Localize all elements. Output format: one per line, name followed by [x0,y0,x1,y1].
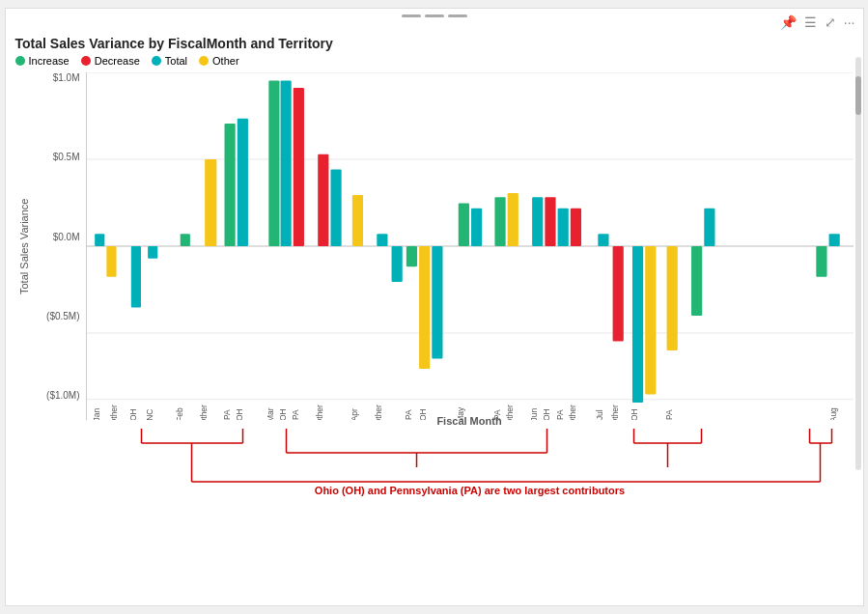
legend-other: Other [199,55,239,67]
svg-rect-20 [391,246,402,282]
svg-text:OH: OH [277,408,287,420]
legend-total-label: Total [165,55,187,67]
svg-text:NC: NC [145,409,154,420]
svg-text:Other: Other [374,405,383,420]
svg-rect-32 [598,234,608,246]
svg-text:Other: Other [504,405,514,420]
y-label-2: $0.5M [53,152,80,162]
svg-rect-30 [557,209,568,246]
legend-other-label: Other [212,55,239,67]
svg-rect-17 [330,170,341,246]
svg-text:PA: PA [554,409,564,420]
svg-rect-6 [106,246,116,277]
svg-rect-21 [406,246,416,266]
svg-rect-34 [631,246,642,403]
other-dot [199,56,209,66]
increase-dot [15,56,25,66]
svg-rect-28 [532,197,543,246]
bracket-svg: Ohio (OH) and Pennsylvania (PA) are two … [86,429,854,496]
chart-svg: Jan Other OH NC Feb Other PA OH Mar OH P… [87,72,854,420]
legend-increase: Increase [15,55,70,67]
svg-rect-24 [458,204,468,246]
svg-rect-23 [432,246,442,358]
svg-rect-26 [494,197,505,246]
svg-text:May: May [456,406,465,420]
svg-rect-29 [545,197,555,246]
svg-text:Aug: Aug [827,407,837,420]
menu-icon[interactable]: ☰ [804,14,817,30]
scrollbar-thumb[interactable] [855,76,861,115]
pin-icon[interactable]: 📌 [780,14,797,30]
svg-rect-7 [130,246,140,308]
svg-text:Other: Other [568,405,577,420]
svg-rect-31 [570,209,580,246]
svg-rect-37 [691,246,702,316]
svg-text:PA: PA [291,409,300,420]
svg-rect-35 [645,246,656,395]
svg-rect-14 [280,80,291,246]
svg-rect-11 [224,124,235,246]
legend-decrease-label: Decrease [95,55,140,67]
svg-text:Feb: Feb [174,407,183,420]
svg-rect-8 [148,246,157,259]
y-label-5: ($1.0M) [46,390,79,401]
svg-rect-25 [471,209,482,246]
total-dot [152,56,161,66]
y-label-4: ($0.5M) [46,311,79,321]
decrease-dot [81,56,91,66]
svg-rect-40 [816,246,826,277]
svg-rect-22 [419,246,430,369]
svg-rect-13 [268,80,279,246]
svg-text:OH: OH [128,408,138,420]
chart-title: Total Sales Variance by FiscalMonth and … [15,36,854,51]
svg-rect-15 [293,88,303,246]
svg-rect-16 [318,154,328,246]
svg-text:Ohio (OH) and Pennsylvania (PA: Ohio (OH) and Pennsylvania (PA) are two … [314,485,624,496]
svg-text:Other: Other [108,405,118,420]
svg-text:OH: OH [418,408,428,420]
legend-decrease: Decrease [81,55,140,67]
chart-legend: Increase Decrease Total Other [15,55,854,67]
y-label-3: $0.0M [53,232,80,242]
drag-handle[interactable] [402,13,467,17]
legend-total: Total [152,55,187,67]
svg-text:PA: PA [663,409,673,420]
svg-text:OH: OH [630,408,639,420]
svg-text:Other: Other [315,405,324,420]
svg-text:PA: PA [491,409,501,420]
svg-rect-5 [95,234,104,246]
svg-text:Mar: Mar [266,407,275,420]
svg-rect-12 [237,119,247,246]
chart-plot-area: Jan Other OH NC Feb Other PA OH Mar OH P… [86,72,854,420]
svg-text:PA: PA [221,409,231,420]
y-axis-label: Total Sales Variance [15,72,33,420]
svg-text:Other: Other [199,405,209,420]
svg-rect-19 [377,234,387,246]
svg-text:Jul: Jul [595,409,604,420]
svg-text:Jun: Jun [529,408,539,420]
svg-text:PA: PA [404,409,413,420]
more-icon[interactable]: ··· [844,14,855,30]
y-axis: $1.0M $0.5M $0.0M ($0.5M) ($1.0M) [33,72,86,420]
expand-icon[interactable]: ⤢ [825,14,836,30]
svg-rect-9 [180,234,189,246]
svg-rect-39 [828,234,839,246]
svg-text:Jan: Jan [92,408,101,420]
svg-text:OH: OH [234,408,243,420]
svg-text:Apr: Apr [350,408,359,420]
svg-rect-33 [612,246,623,341]
chart-card: 📌 ☰ ⤢ ··· Total Sales Variance by Fiscal… [5,8,864,606]
svg-rect-18 [351,195,362,246]
svg-rect-10 [205,159,216,246]
svg-text:Other: Other [609,405,619,420]
legend-increase-label: Increase [29,55,70,67]
svg-rect-36 [666,246,677,350]
annotation-area: Ohio (OH) and Pennsylvania (PA) are two … [86,429,854,496]
svg-rect-38 [704,209,714,246]
card-toolbar: 📌 ☰ ⤢ ··· [780,14,855,30]
chart-scrollbar[interactable] [855,57,861,470]
svg-text:OH: OH [542,408,551,420]
y-label-1: $1.0M [53,72,80,83]
svg-rect-27 [507,193,518,246]
